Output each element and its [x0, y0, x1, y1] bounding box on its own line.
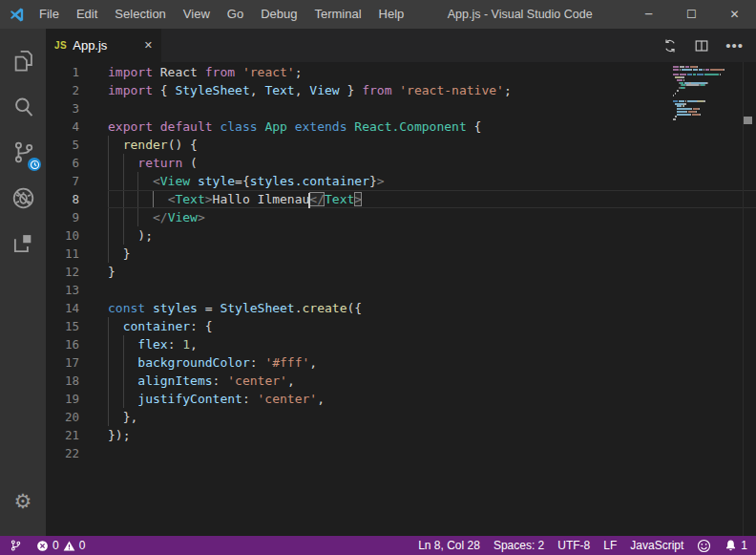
- explorer-icon: [10, 48, 36, 74]
- code-line-5[interactable]: 5 render() {: [46, 136, 756, 154]
- line-content: [108, 281, 756, 299]
- indent-guide: [108, 335, 109, 353]
- split-editor-icon[interactable]: [694, 38, 709, 53]
- code-line-2[interactable]: 2import { StyleSheet, Text, View } from …: [46, 81, 756, 99]
- status-problems-text: 0: [52, 539, 59, 552]
- menu-edit[interactable]: Edit: [68, 0, 106, 29]
- line-content: </View>: [108, 208, 756, 226]
- status-notifications[interactable]: 1: [724, 539, 747, 552]
- code-line-19[interactable]: 19 justifyContent: 'center',: [46, 390, 756, 408]
- status-problems[interactable]: 00: [36, 539, 85, 552]
- more-actions-icon[interactable]: •••: [725, 41, 744, 51]
- line-number: 14: [46, 299, 108, 317]
- editor[interactable]: 1import React from 'react';2import { Sty…: [46, 62, 756, 536]
- activity-item-explorer[interactable]: [0, 37, 46, 83]
- status-cursor-position[interactable]: Ln 8, Col 28: [418, 539, 480, 552]
- menu-debug[interactable]: Debug: [252, 0, 305, 29]
- line-content: });: [108, 426, 756, 444]
- indent-guide: [123, 208, 124, 226]
- line-number: 3: [46, 99, 108, 117]
- code-line-13[interactable]: 13: [46, 281, 756, 299]
- status-indentation[interactable]: Spaces: 2: [494, 539, 544, 552]
- notifications-bell-icon: [724, 539, 737, 552]
- feedback-smiley-icon: [697, 539, 711, 553]
- line-number: 11: [46, 245, 108, 263]
- cursor-position-marker: [744, 117, 752, 124]
- line-content: }: [108, 245, 756, 263]
- status-indentation-text: Spaces: 2: [494, 539, 544, 552]
- close-button[interactable]: ✕: [713, 0, 756, 29]
- indent-guide: [108, 136, 109, 154]
- minimap[interactable]: [673, 66, 742, 124]
- code-line-18[interactable]: 18 alignItems: 'center',: [46, 372, 756, 390]
- line-number: 19: [46, 390, 108, 408]
- tab-close-icon[interactable]: ✕: [144, 39, 153, 52]
- minimize-button[interactable]: ─: [627, 0, 670, 29]
- menu-terminal[interactable]: Terminal: [305, 0, 369, 29]
- indent-guide: [108, 353, 109, 372]
- activity-item-extensions[interactable]: [0, 221, 46, 267]
- menu-go[interactable]: Go: [219, 0, 252, 29]
- warnings-icon: [63, 540, 75, 552]
- menu-file[interactable]: File: [31, 0, 68, 29]
- line-number: 5: [46, 136, 108, 154]
- indent-guide: [108, 208, 109, 226]
- status-problems-text: 0: [79, 539, 86, 552]
- status-eol[interactable]: LF: [603, 539, 617, 552]
- status-encoding[interactable]: UTF-8: [557, 539, 590, 552]
- line-number: 16: [46, 335, 108, 353]
- indent-guide: [108, 172, 109, 190]
- code-line-14[interactable]: 14const styles = StyleSheet.create({: [46, 299, 756, 317]
- tab-label: App.js: [73, 38, 107, 53]
- code-line-15[interactable]: 15 container: {: [46, 317, 756, 335]
- menu-bar: FileEditSelectionViewGoDebugTerminalHelp: [31, 0, 412, 29]
- sync-icon[interactable]: [662, 38, 678, 53]
- menu-selection[interactable]: Selection: [106, 0, 174, 29]
- activity-item-search[interactable]: [0, 83, 46, 129]
- tab-appjs[interactable]: JS App.js ✕: [46, 29, 161, 62]
- code-area[interactable]: 1import React from 'react';2import { Sty…: [46, 62, 756, 462]
- status-language-mode[interactable]: JavaScript: [630, 539, 683, 552]
- code-line-1[interactable]: 1import React from 'react';: [46, 63, 756, 81]
- line-number: 18: [46, 372, 108, 390]
- status-cursor-position-text: Ln 8, Col 28: [418, 539, 480, 552]
- line-number: 2: [46, 81, 108, 99]
- status-git-branch[interactable]: [10, 539, 22, 552]
- maximize-button[interactable]: ☐: [670, 0, 713, 29]
- status-bar-right: Ln 8, Col 28Spaces: 2UTF-8LFJavaScript1: [418, 539, 756, 553]
- activity-item-debug[interactable]: [0, 175, 46, 221]
- code-line-22[interactable]: 22: [46, 444, 756, 462]
- manage-button[interactable]: ⚙: [0, 479, 46, 524]
- code-line-20[interactable]: 20 },: [46, 408, 756, 426]
- indent-guide: [108, 408, 109, 426]
- code-line-7[interactable]: 7 <View style={styles.container}>: [46, 172, 756, 190]
- status-eol-text: LF: [603, 539, 617, 552]
- line-number: 4: [46, 117, 108, 136]
- indent-guide: [153, 191, 154, 207]
- code-line-16[interactable]: 16 flex: 1,: [46, 335, 756, 353]
- indent-guide: [137, 208, 138, 226]
- activity-item-source-control[interactable]: [0, 129, 46, 175]
- line-content: flex: 1,: [108, 335, 756, 353]
- indent-guide: [123, 172, 124, 190]
- code-line-11[interactable]: 11 }: [46, 245, 756, 263]
- code-line-10[interactable]: 10 );: [46, 226, 756, 245]
- code-line-12[interactable]: 12}: [46, 263, 756, 281]
- line-content: return (: [108, 154, 756, 172]
- line-number: 20: [46, 408, 108, 426]
- code-line-9[interactable]: 9 </View>: [46, 208, 756, 226]
- code-line-21[interactable]: 21});: [46, 426, 756, 444]
- menu-help[interactable]: Help: [370, 0, 413, 29]
- code-line-6[interactable]: 6 return (: [46, 154, 756, 172]
- line-content: <View style={styles.container}>: [108, 172, 756, 190]
- status-feedback[interactable]: [697, 539, 711, 553]
- menu-view[interactable]: View: [175, 0, 219, 29]
- code-line-17[interactable]: 17 backgroundColor: '#fff',: [46, 353, 756, 372]
- code-line-3[interactable]: 3: [46, 99, 756, 117]
- window-title: App.js - Visual Studio Code: [412, 8, 627, 21]
- line-number: 9: [46, 208, 108, 226]
- overview-ruler[interactable]: [743, 62, 756, 536]
- code-line-8[interactable]: 8 <Text>Hallo Ilmenau</Text>: [46, 190, 756, 208]
- code-line-4[interactable]: 4export default class App extends React.…: [46, 117, 756, 136]
- extensions-icon: [10, 231, 35, 256]
